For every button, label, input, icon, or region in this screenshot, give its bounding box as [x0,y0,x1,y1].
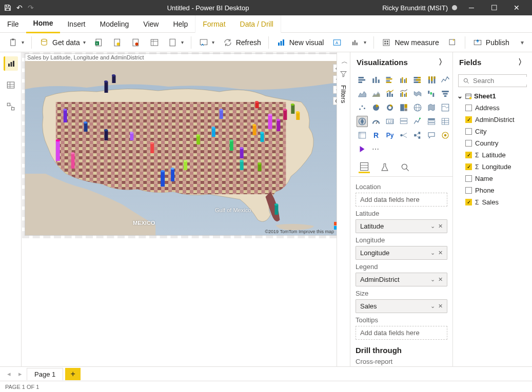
powerapps-icon[interactable] [357,143,368,155]
map-icon[interactable] [412,102,423,113]
map-zoom-out[interactable]: − [333,86,337,94]
transform-button[interactable]: ▾ [195,35,218,50]
shape-map-icon[interactable] [440,102,451,113]
field-city[interactable]: City [457,126,528,137]
more-visuals-icon[interactable]: ⋯ [370,143,382,155]
excel-button[interactable]: X [91,35,107,50]
menu-modeling[interactable]: Modeling [92,15,136,33]
tabs-prev-icon[interactable]: ◂ [4,370,13,378]
format-tab-icon[interactable] [379,162,390,173]
table-icon[interactable] [440,116,451,127]
refresh-button[interactable]: Refresh [220,35,264,50]
line-icon[interactable] [440,74,451,86]
menu-insert[interactable]: Insert [60,15,92,33]
r-visual-icon[interactable]: R [370,130,382,141]
menu-format[interactable]: Format [195,15,232,33]
menu-help[interactable]: Help [166,15,195,33]
map-pitch-icon[interactable]: ◈ [333,64,337,72]
morevisuals-button[interactable]: ▾ [347,35,369,50]
menu-home[interactable]: Home [26,14,61,33]
add-page-button[interactable]: + [65,368,81,380]
waterfall-icon[interactable] [426,88,437,99]
latitude-well[interactable]: Latitude⌄✕ [356,219,447,233]
line-clustered-icon[interactable] [398,88,409,99]
menu-view[interactable]: View [136,15,166,33]
py-visual-icon[interactable]: Py [384,130,396,141]
viz-pane-collapse-icon[interactable]: 〉 [439,57,446,67]
field-country[interactable]: Country [457,137,528,149]
stacked-bar100-icon[interactable] [412,74,423,86]
stacked-col100-icon[interactable] [426,74,437,86]
field-longitude[interactable]: ΣLongitude [457,161,528,173]
menu-file[interactable]: File [0,15,26,33]
gauge-icon[interactable] [370,116,382,127]
pbi-datasets-button[interactable] [109,35,126,50]
data-view-button[interactable] [4,78,18,92]
decomposition-icon[interactable] [412,130,423,141]
fields-search[interactable] [458,74,527,87]
minimize-button[interactable]: ─ [460,4,483,12]
clustered-bar-icon[interactable] [384,74,396,86]
field-phone[interactable]: Phone [457,184,528,196]
field-sales[interactable]: ΣSales [457,196,528,208]
stacked-area-icon[interactable] [370,88,382,99]
analytics-tab-icon[interactable] [400,162,411,173]
clustered-column-icon[interactable] [398,74,409,86]
kpi-icon[interactable] [412,116,423,127]
map-area[interactable]: Gulf of Mexico MEXICO ◈ + − ⊕ ©2019 TomT… [25,61,337,235]
user-name[interactable]: Ricky Brundritt (MSIT) [382,4,457,12]
azure-map-icon[interactable] [357,116,368,127]
funnel-icon[interactable] [440,88,451,99]
table-sheet1[interactable]: ⌄ Sheet1 [457,90,528,102]
undo-icon[interactable]: ↶ [16,4,23,12]
longitude-well[interactable]: Longitude⌄✕ [356,246,447,260]
recent-button[interactable]: ▾ [165,35,187,50]
map-zoom-in[interactable]: + [333,75,337,84]
getdata-button[interactable]: Get data▾ [36,35,89,50]
location-well[interactable]: Add data fields here [356,193,447,207]
multirow-card-icon[interactable] [398,116,409,127]
filters-pane-collapsed[interactable]: 〈 Filters [337,52,350,366]
fields-tab-icon[interactable] [359,162,370,173]
ribbon-icon[interactable] [412,88,423,99]
field-admindistrict[interactable]: AdminDistrict [457,114,528,126]
area-icon[interactable] [357,88,368,99]
maximize-button[interactable]: ☐ [483,4,505,12]
stacked-bar-icon[interactable] [357,74,368,86]
donut-icon[interactable] [384,102,396,113]
newvisual-button[interactable]: New visual [273,35,327,50]
stacked-column-icon[interactable] [370,74,382,86]
qna-icon[interactable] [426,130,437,141]
map-visual[interactable]: Sales by Latitude, Longitude and AdminDi… [25,53,337,236]
close-button[interactable]: ✕ [505,4,528,12]
ribbon-overflow[interactable]: ▾ [518,37,527,48]
redo-icon[interactable]: ↷ [28,4,34,12]
slicer-icon[interactable] [426,116,437,127]
line-stacked-icon[interactable] [384,88,396,99]
field-name[interactable]: Name [457,173,528,184]
tooltips-well[interactable]: Add data fields here [356,326,447,340]
menu-datadrill[interactable]: Data / Drill [233,15,281,33]
treemap-icon[interactable] [398,102,409,113]
paste-button[interactable]: ▾ [5,35,27,50]
matrix-icon[interactable] [357,130,368,141]
filled-map-icon[interactable] [426,102,437,113]
search-input[interactable] [473,77,532,85]
filters-expand-icon[interactable]: 〈 [339,58,348,64]
fields-pane-collapse-icon[interactable]: 〉 [518,57,526,67]
sql-button[interactable] [128,35,144,50]
field-latitude[interactable]: ΣLatitude [457,149,528,161]
size-well[interactable]: Sales⌄✕ [356,299,447,313]
model-view-button[interactable] [4,99,18,114]
textbox-button[interactable]: A [329,35,345,50]
map-compass-icon[interactable]: ⊕ [333,97,337,105]
report-view-button[interactable] [4,56,18,71]
report-canvas[interactable]: Sales by Latitude, Longitude and AdminDi… [22,52,337,366]
enterdata-button[interactable] [146,35,163,50]
pie-icon[interactable] [370,102,382,113]
newmeasure-button[interactable]: New measure [378,35,442,50]
legend-well[interactable]: AdminDistrict⌄✕ [356,273,447,286]
quickmeasure-button[interactable] [444,35,461,50]
arcgis-icon[interactable] [440,130,451,141]
publish-button[interactable]: Publish [469,35,513,50]
